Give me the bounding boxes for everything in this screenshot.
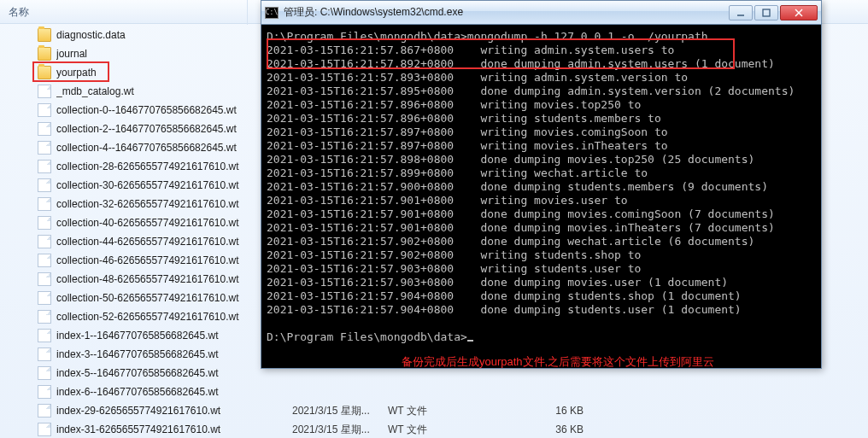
cmd-output[interactable]: D:\Program Files\mongodb\data>mongodump …: [261, 25, 821, 368]
close-button[interactable]: [780, 5, 818, 20]
file-name: diagnostic.data: [56, 29, 287, 41]
file-name: collection-30-6265655774921617610.wt: [56, 179, 287, 191]
file-name: index-1--1646770765856682645.wt: [56, 330, 287, 342]
file-name: collection-44-6265655774921617610.wt: [56, 236, 287, 248]
file-name: collection-2--1646770765856682645.wt: [56, 123, 287, 135]
file-icon: [38, 329, 51, 342]
file-name: journal: [56, 48, 287, 60]
file-name: collection-50-6265655774921617610.wt: [56, 292, 287, 304]
folder-icon: [38, 47, 51, 61]
file-type: WT 文件: [388, 404, 427, 418]
file-type: WT 文件: [388, 423, 427, 437]
maximize-button[interactable]: [754, 5, 778, 20]
window-buttons: [729, 5, 818, 20]
file-size: 16 KB: [507, 405, 584, 417]
file-icon: [38, 272, 51, 286]
file-name: index-31-6265655774921617610.wt: [56, 423, 287, 435]
cmd-titlebar[interactable]: C:\ 管理员: C:\Windows\system32\cmd.exe: [261, 1, 821, 25]
file-name: collection-40-6265655774921617610.wt: [56, 217, 287, 229]
file-name: collection-4--1646770765856682645.wt: [56, 142, 287, 154]
column-header-name[interactable]: 名称: [0, 0, 248, 25]
file-name: yourpath: [56, 67, 287, 79]
file-icon: [38, 291, 51, 305]
minimize-button[interactable]: [729, 5, 753, 20]
file-icon: [38, 103, 51, 117]
file-name: index-29-6265655774921617610.wt: [56, 405, 287, 417]
file-icon: [38, 122, 51, 136]
file-icon: [38, 385, 51, 399]
file-icon: [38, 310, 51, 324]
file-icon: [38, 160, 51, 173]
file-name: collection-52-6265655774921617610.wt: [56, 311, 287, 323]
file-icon: [38, 347, 51, 361]
file-icon: [38, 178, 51, 192]
file-name: index-5--1646770765856682645.wt: [56, 367, 287, 379]
file-name: index-3--1646770765856682645.wt: [56, 348, 287, 360]
file-icon: [38, 366, 51, 380]
file-icon: [38, 216, 51, 230]
file-date: 2021/3/15 星期...: [292, 404, 370, 418]
file-name: index-6--1646770765856682645.wt: [56, 386, 287, 398]
cmd-icon: C:\: [265, 7, 279, 19]
folder-icon: [38, 66, 51, 79]
file-name: collection-46-6265655774921617610.wt: [56, 254, 287, 266]
file-icon: [38, 254, 51, 267]
file-size: 36 KB: [507, 423, 584, 435]
file-row[interactable]: index-6--1646770765856682645.wt: [34, 383, 854, 401]
file-icon: [38, 235, 51, 248]
folder-icon: [38, 28, 51, 42]
file-icon: [38, 85, 51, 98]
file-icon: [38, 197, 51, 211]
annotation-text: 备份完成后生成yourpath文件,之后需要将这个文件上传到阿里云: [402, 354, 714, 370]
file-icon: [38, 423, 51, 436]
file-name: collection-28-6265655774921617610.wt: [56, 161, 287, 172]
file-icon: [38, 141, 51, 155]
cmd-title: 管理员: C:\Windows\system32\cmd.exe: [284, 5, 729, 20]
file-name: collection-0--1646770765856682645.wt: [56, 104, 287, 116]
file-date: 2021/3/15 星期...: [292, 423, 370, 437]
file-icon: [38, 404, 51, 418]
cmd-window: C:\ 管理员: C:\Windows\system32\cmd.exe D:\…: [261, 0, 822, 369]
file-row[interactable]: index-31-6265655774921617610.wt2021/3/15…: [34, 420, 854, 438]
file-name: collection-32-6265655774921617610.wt: [56, 198, 287, 210]
file-name: _mdb_catalog.wt: [56, 85, 287, 97]
svg-rect-1: [763, 9, 770, 16]
file-name: collection-48-6265655774921617610.wt: [56, 273, 287, 285]
cursor: [467, 340, 473, 342]
file-row[interactable]: index-29-6265655774921617610.wt2021/3/15…: [34, 401, 854, 420]
